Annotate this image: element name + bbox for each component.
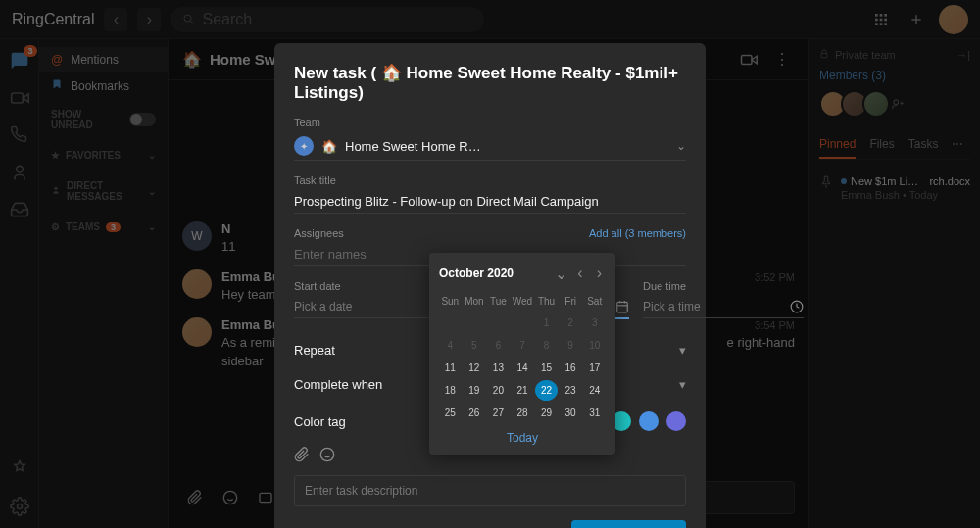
calendar-day[interactable]: 7 — [512, 335, 534, 356]
calendar-day[interactable]: 27 — [487, 403, 510, 423]
house-icon: 🏠 — [321, 139, 337, 154]
team-label: Team — [294, 117, 686, 128]
clock-icon — [790, 300, 804, 313]
calendar-dow: Fri — [560, 292, 582, 311]
today-link[interactable]: Today — [439, 431, 606, 445]
color-option[interactable] — [639, 411, 659, 431]
due-time-input[interactable] — [643, 296, 804, 318]
calendar-day — [512, 312, 534, 333]
color-option[interactable] — [666, 411, 686, 431]
prev-month-button[interactable]: ‹ — [573, 263, 586, 284]
calendar-day[interactable]: 8 — [535, 335, 558, 356]
calendar-day[interactable]: 25 — [439, 403, 462, 423]
calendar-day[interactable]: 13 — [487, 358, 510, 378]
calendar-day[interactable]: 10 — [583, 335, 606, 356]
calendar-day[interactable]: 6 — [487, 335, 510, 356]
calendar-day[interactable]: 30 — [560, 403, 582, 423]
calendar-day[interactable]: 18 — [439, 380, 462, 401]
attachment-icon[interactable] — [294, 447, 310, 465]
calendar-day[interactable]: 29 — [535, 403, 558, 423]
calendar-day[interactable]: 11 — [439, 358, 462, 378]
calendar-dow: Sun — [439, 292, 462, 311]
calendar-day[interactable]: 5 — [464, 335, 486, 356]
calendar-day[interactable]: 26 — [464, 403, 486, 423]
calendar-day[interactable]: 20 — [487, 380, 510, 401]
due-time-label: Due time — [643, 280, 804, 292]
next-month-button[interactable]: › — [593, 263, 606, 284]
chevron-down-icon[interactable]: ⌄ — [555, 264, 567, 283]
calendar-dow: Sat — [583, 292, 606, 311]
assignees-label: Assignees — [294, 227, 344, 239]
calendar-day[interactable]: 1 — [535, 312, 558, 333]
chevron-down-icon: ▾ — [679, 343, 686, 358]
task-title-label: Task title — [294, 174, 686, 186]
calendar-day[interactable]: 15 — [535, 358, 558, 378]
team-icon: ✦ — [294, 136, 314, 156]
calendar-dow: Wed — [512, 292, 534, 311]
calendar-day[interactable]: 21 — [512, 380, 534, 401]
calendar-day[interactable]: 22 — [535, 380, 558, 401]
calendar-day[interactable]: 2 — [560, 312, 582, 333]
calendar-day[interactable]: 4 — [439, 335, 462, 356]
calendar-day[interactable]: 3 — [583, 312, 606, 333]
calendar-day — [464, 312, 486, 333]
calendar-day — [439, 312, 462, 333]
add-all-link[interactable]: Add all (3 members) — [589, 227, 686, 239]
post-button[interactable]: Post and close — [571, 520, 686, 528]
calendar-icon — [615, 300, 629, 313]
task-title-input[interactable] — [294, 190, 686, 214]
calendar-dow: Thu — [535, 292, 558, 311]
calendar-day[interactable]: 24 — [583, 380, 606, 401]
svg-rect-32 — [617, 302, 628, 312]
calendar-day[interactable]: 12 — [464, 358, 486, 378]
chevron-down-icon: ▾ — [679, 377, 686, 392]
today-button[interactable]: Today — [496, 520, 562, 528]
calendar-day[interactable]: 9 — [560, 335, 582, 356]
chevron-down-icon: ⌄ — [676, 139, 686, 153]
calendar-day[interactable]: 19 — [464, 380, 486, 401]
calendar-day[interactable]: 31 — [583, 403, 606, 423]
calendar-dow: Tue — [487, 292, 510, 311]
description-input[interactable] — [294, 475, 686, 506]
calendar-dow: Mon — [464, 292, 486, 311]
modal-title: New task ( 🏠 Home Sweet Home Realty - $1… — [294, 63, 686, 103]
emoji-icon[interactable] — [319, 447, 335, 465]
calendar-day[interactable]: 14 — [512, 358, 534, 378]
team-selector[interactable]: ✦ 🏠 Home Sweet Home R… ⌄ — [294, 132, 686, 161]
svg-point-37 — [320, 448, 333, 460]
calendar-day[interactable]: 23 — [560, 380, 582, 401]
calendar-day — [487, 312, 510, 333]
calendar-day[interactable]: 16 — [560, 358, 582, 378]
calendar-day[interactable]: 17 — [583, 358, 606, 378]
calendar-day[interactable]: 28 — [512, 403, 534, 423]
calendar-month: October 2020 — [439, 266, 549, 280]
calendar-grid: SunMonTueWedThuFriSat1234567891011121314… — [439, 292, 606, 423]
calendar-popover: October 2020 ⌄ ‹ › SunMonTueWedThuFriSat… — [429, 253, 615, 455]
